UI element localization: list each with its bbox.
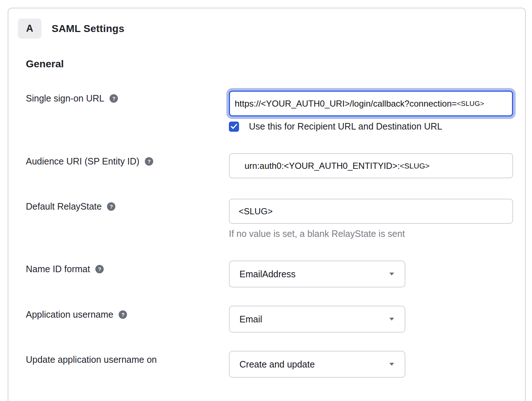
help-icon[interactable]: ? [107,202,115,211]
help-icon[interactable]: ? [145,157,153,166]
audience-uri-value-slug: <SLUG> [400,162,430,170]
saml-settings-panel: A SAML Settings General Single sign-on U… [8,8,526,401]
section-a-badge-letter: A [26,23,33,34]
caret-down-icon [389,362,394,366]
application-username-value: Email [239,314,262,325]
relay-state-label-row: Default RelayState ? [26,201,115,212]
sso-url-value: https://<YOUR_AUTH0_URI>/login/callback?… [235,99,457,109]
application-username-label-row: Application username ? [26,309,127,320]
help-icon[interactable]: ? [119,310,127,319]
sso-url-value-slug: <SLUG> [457,100,484,108]
section-a-badge: A [18,19,41,39]
audience-uri-input[interactable]: urn:auth0:<YOUR_AUTH0_ENTITYID>:<SLUG> [229,153,513,178]
recipient-url-checkbox-row: Use this for Recipient URL and Destinati… [229,121,442,132]
help-icon[interactable]: ? [95,265,104,273]
recipient-url-checkbox-label: Use this for Recipient URL and Destinati… [249,121,442,132]
caret-down-icon [389,317,394,321]
panel-title: SAML Settings [52,23,124,35]
sso-url-input[interactable]: https://<YOUR_AUTH0_URI>/login/callback?… [229,91,513,116]
update-application-username-label: Update application username on [26,354,157,365]
name-id-format-dropdown[interactable]: EmailAddress [229,261,405,287]
sso-url-label-row: Single sign-on URL ? [26,93,118,104]
check-icon [231,124,237,129]
relay-state-helper-text: If no value is set, a blank RelayState i… [229,229,405,239]
update-application-username-dropdown[interactable]: Create and update [229,351,405,378]
name-id-format-value: EmailAddress [239,269,295,279]
audience-uri-label: Audience URI (SP Entity ID) [26,156,139,167]
help-icon[interactable]: ? [110,94,118,103]
recipient-url-checkbox[interactable] [229,122,239,132]
relay-state-input[interactable]: <SLUG> [229,199,513,224]
relay-state-label: Default RelayState [26,201,102,212]
audience-uri-label-row: Audience URI (SP Entity ID) ? [26,156,153,167]
caret-down-icon [389,272,394,276]
name-id-format-label: Name ID format [26,264,90,274]
audience-uri-value: urn:auth0:<YOUR_AUTH0_ENTITYID>: [245,161,400,171]
update-application-username-value: Create and update [239,359,315,370]
update-application-username-label-row: Update application username on [26,354,157,365]
name-id-format-label-row: Name ID format ? [26,264,104,274]
application-username-label: Application username [26,309,113,320]
sso-url-label: Single sign-on URL [26,93,104,104]
application-username-dropdown[interactable]: Email [229,306,405,333]
general-section-heading: General [26,58,64,70]
relay-state-value: <SLUG> [239,206,273,217]
